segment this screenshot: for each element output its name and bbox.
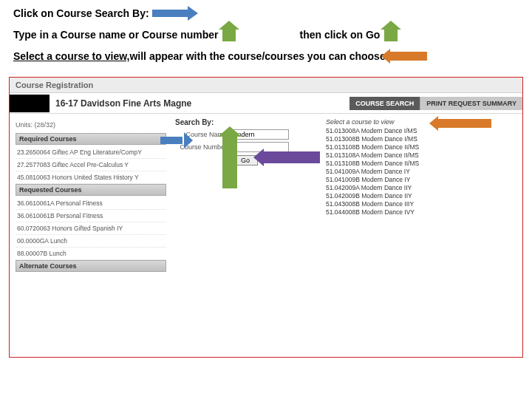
result-row[interactable]: 51.044008B Modern Dance IVY [326,208,516,216]
left-column: Units: (28/32) Required Courses 23.26500… [10,117,172,356]
tab-print-summary[interactable]: PRINT REQUEST SUMMARY [420,97,522,110]
result-row[interactable]: 51.013008B Modern Dance I/MS [326,135,516,143]
course-row[interactable]: 00.0000GA Lunch [16,235,166,248]
units-label: Units: (28/32) [16,121,166,129]
instruction-1: Click on Course Search By: [13,7,149,19]
annotation-arrow-blue-icon [160,119,191,141]
instruction-2b: then click on Go [299,29,380,41]
course-row[interactable]: 88.00007B Lunch [16,248,166,260]
result-row[interactable]: 51.043008B Modern Dance IIIY [326,200,516,208]
tab-course-search[interactable]: COURSE SEARCH [349,97,420,110]
result-row[interactable]: 51.042009A Modern Dance IIY [326,184,516,192]
section-alternate: Alternate Courses [16,260,166,272]
section-required: Required Courses [16,133,166,145]
instruction-3b: will appear with the course/courses you … [129,50,385,62]
result-row[interactable]: 51.042009B Modern Dance IIY [326,192,516,200]
arrow-left-icon [390,52,427,61]
annotation-arrow-purple-icon [262,151,320,163]
result-row[interactable]: 51.041009A Modern Dance IY [326,168,516,176]
course-row[interactable]: 27.2577083 Giftec Accel Pre-Calculus Y [16,159,166,171]
search-by-title: Search By: [175,118,317,126]
course-row[interactable]: 23.2650064 Giftec AP Eng Literature/Comp… [16,146,166,159]
school-title: 16-17 Davidson Fine Arts Magne [55,98,349,109]
course-row[interactable]: 60.0720063 Honors Gifted Spanish IY [16,222,166,235]
result-row[interactable]: 51.013108A Modern Dance II/MS [326,151,516,160]
course-row[interactable]: 36.0610061A Personal Fitness [16,197,166,210]
course-row[interactable]: 45.0810063 Honors United States History … [16,171,166,184]
course-row[interactable]: 36.0610061B Personal Fitness [16,210,166,222]
arrow-up-icon [384,28,398,41]
result-row[interactable]: 51.041009B Modern Dance IY [326,176,516,184]
result-row[interactable]: 51.013108B Modern Dance II/MS [326,143,516,151]
instruction-2a: Type in a Course name or Course number [13,29,218,41]
arrow-up-icon [222,28,236,41]
section-requested: Requested Courses [16,184,166,196]
annotation-arrow-green-icon [222,135,237,188]
instruction-3a: Select a course to view, [13,50,129,62]
arrow-right-icon [152,7,197,19]
annotation-arrow-orange-icon [438,119,491,128]
result-row[interactable]: 51.013008A Modern Dance I/MS [326,127,516,135]
results-column: Select a course to view 51.013008A Moder… [320,117,522,356]
logo-placeholder [10,95,50,112]
result-row[interactable]: 51.013108B Modern Dance II/MS [326,160,516,168]
app-screenshot: Course Registration 16-17 Davidson Fine … [9,77,523,358]
app-titlebar: Course Registration [10,78,522,93]
